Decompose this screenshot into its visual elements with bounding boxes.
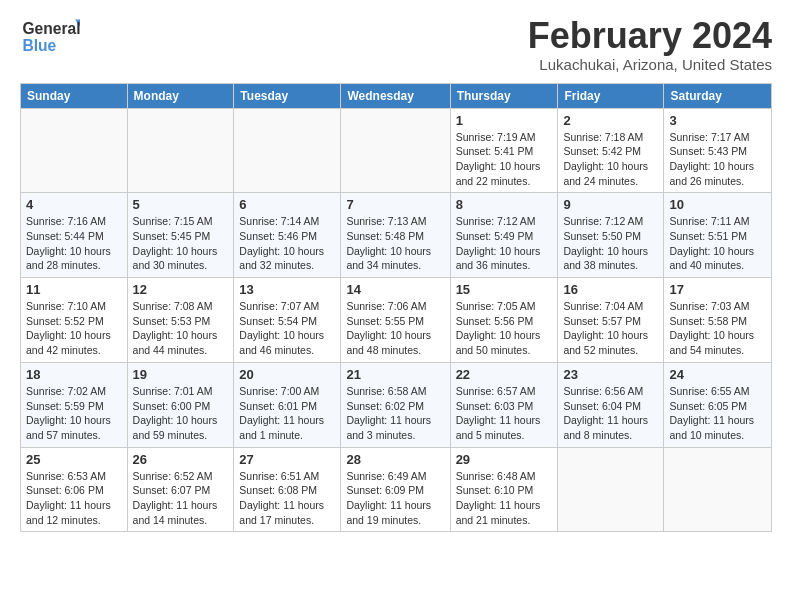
day-info: Sunrise: 7:11 AMSunset: 5:51 PMDaylight:… <box>669 214 766 273</box>
page-title: February 2024 <box>528 16 772 56</box>
day-info: Sunrise: 7:01 AMSunset: 6:00 PMDaylight:… <box>133 384 229 443</box>
day-cell-22: 19Sunrise: 7:01 AMSunset: 6:00 PMDayligh… <box>127 362 234 447</box>
day-info: Sunrise: 7:02 AMSunset: 5:59 PMDaylight:… <box>26 384 122 443</box>
calendar-header-row: Sunday Monday Tuesday Wednesday Thursday… <box>21 83 772 108</box>
day-info: Sunrise: 7:05 AMSunset: 5:56 PMDaylight:… <box>456 299 553 358</box>
day-cell-25: 22Sunrise: 6:57 AMSunset: 6:03 PMDayligh… <box>450 362 558 447</box>
day-cell-32: 29Sunrise: 6:48 AMSunset: 6:10 PMDayligh… <box>450 447 558 532</box>
day-number: 9 <box>563 197 658 212</box>
day-number: 2 <box>563 113 658 128</box>
day-cell-23: 20Sunrise: 7:00 AMSunset: 6:01 PMDayligh… <box>234 362 341 447</box>
day-number: 3 <box>669 113 766 128</box>
day-cell-20: 17Sunrise: 7:03 AMSunset: 5:58 PMDayligh… <box>664 278 772 363</box>
day-cell-21: 18Sunrise: 7:02 AMSunset: 5:59 PMDayligh… <box>21 362 128 447</box>
day-cell-27: 24Sunrise: 6:55 AMSunset: 6:05 PMDayligh… <box>664 362 772 447</box>
day-number: 18 <box>26 367 122 382</box>
day-number: 13 <box>239 282 335 297</box>
day-number: 16 <box>563 282 658 297</box>
day-number: 22 <box>456 367 553 382</box>
day-info: Sunrise: 7:10 AMSunset: 5:52 PMDaylight:… <box>26 299 122 358</box>
day-number: 14 <box>346 282 444 297</box>
day-cell-28: 25Sunrise: 6:53 AMSunset: 6:06 PMDayligh… <box>21 447 128 532</box>
day-cell-9: 6Sunrise: 7:14 AMSunset: 5:46 PMDaylight… <box>234 193 341 278</box>
col-tuesday: Tuesday <box>234 83 341 108</box>
day-cell-19: 16Sunrise: 7:04 AMSunset: 5:57 PMDayligh… <box>558 278 664 363</box>
day-cell-2 <box>234 108 341 193</box>
day-info: Sunrise: 6:56 AMSunset: 6:04 PMDaylight:… <box>563 384 658 443</box>
day-info: Sunrise: 7:12 AMSunset: 5:49 PMDaylight:… <box>456 214 553 273</box>
day-info: Sunrise: 7:18 AMSunset: 5:42 PMDaylight:… <box>563 130 658 189</box>
day-info: Sunrise: 7:07 AMSunset: 5:54 PMDaylight:… <box>239 299 335 358</box>
header-area: GeneralBlue February 2024 Lukachukai, Ar… <box>20 16 772 73</box>
day-number: 12 <box>133 282 229 297</box>
svg-text:General: General <box>22 20 80 37</box>
day-info: Sunrise: 7:13 AMSunset: 5:48 PMDaylight:… <box>346 214 444 273</box>
day-number: 23 <box>563 367 658 382</box>
col-friday: Friday <box>558 83 664 108</box>
day-info: Sunrise: 7:03 AMSunset: 5:58 PMDaylight:… <box>669 299 766 358</box>
day-cell-31: 28Sunrise: 6:49 AMSunset: 6:09 PMDayligh… <box>341 447 450 532</box>
col-monday: Monday <box>127 83 234 108</box>
day-cell-16: 13Sunrise: 7:07 AMSunset: 5:54 PMDayligh… <box>234 278 341 363</box>
day-cell-0 <box>21 108 128 193</box>
day-info: Sunrise: 7:15 AMSunset: 5:45 PMDaylight:… <box>133 214 229 273</box>
day-number: 20 <box>239 367 335 382</box>
day-info: Sunrise: 7:14 AMSunset: 5:46 PMDaylight:… <box>239 214 335 273</box>
day-cell-15: 12Sunrise: 7:08 AMSunset: 5:53 PMDayligh… <box>127 278 234 363</box>
day-info: Sunrise: 7:00 AMSunset: 6:01 PMDaylight:… <box>239 384 335 443</box>
day-cell-11: 8Sunrise: 7:12 AMSunset: 5:49 PMDaylight… <box>450 193 558 278</box>
day-cell-34 <box>664 447 772 532</box>
day-info: Sunrise: 6:55 AMSunset: 6:05 PMDaylight:… <box>669 384 766 443</box>
day-cell-17: 14Sunrise: 7:06 AMSunset: 5:55 PMDayligh… <box>341 278 450 363</box>
day-number: 8 <box>456 197 553 212</box>
day-cell-3 <box>341 108 450 193</box>
logo-svg: GeneralBlue <box>20 16 80 54</box>
week-row-1: 1Sunrise: 7:19 AMSunset: 5:41 PMDaylight… <box>21 108 772 193</box>
day-cell-8: 5Sunrise: 7:15 AMSunset: 5:45 PMDaylight… <box>127 193 234 278</box>
day-number: 19 <box>133 367 229 382</box>
page: GeneralBlue February 2024 Lukachukai, Ar… <box>0 0 792 542</box>
day-number: 1 <box>456 113 553 128</box>
day-info: Sunrise: 6:51 AMSunset: 6:08 PMDaylight:… <box>239 469 335 528</box>
day-number: 29 <box>456 452 553 467</box>
day-cell-4: 1Sunrise: 7:19 AMSunset: 5:41 PMDaylight… <box>450 108 558 193</box>
day-number: 5 <box>133 197 229 212</box>
day-number: 21 <box>346 367 444 382</box>
day-info: Sunrise: 6:48 AMSunset: 6:10 PMDaylight:… <box>456 469 553 528</box>
day-cell-24: 21Sunrise: 6:58 AMSunset: 6:02 PMDayligh… <box>341 362 450 447</box>
day-info: Sunrise: 6:58 AMSunset: 6:02 PMDaylight:… <box>346 384 444 443</box>
day-info: Sunrise: 6:53 AMSunset: 6:06 PMDaylight:… <box>26 469 122 528</box>
day-number: 4 <box>26 197 122 212</box>
day-info: Sunrise: 7:06 AMSunset: 5:55 PMDaylight:… <box>346 299 444 358</box>
week-row-3: 11Sunrise: 7:10 AMSunset: 5:52 PMDayligh… <box>21 278 772 363</box>
day-number: 27 <box>239 452 335 467</box>
day-number: 26 <box>133 452 229 467</box>
day-number: 15 <box>456 282 553 297</box>
col-wednesday: Wednesday <box>341 83 450 108</box>
day-cell-13: 10Sunrise: 7:11 AMSunset: 5:51 PMDayligh… <box>664 193 772 278</box>
day-number: 25 <box>26 452 122 467</box>
day-cell-26: 23Sunrise: 6:56 AMSunset: 6:04 PMDayligh… <box>558 362 664 447</box>
day-cell-33 <box>558 447 664 532</box>
week-row-5: 25Sunrise: 6:53 AMSunset: 6:06 PMDayligh… <box>21 447 772 532</box>
day-number: 10 <box>669 197 766 212</box>
day-info: Sunrise: 7:17 AMSunset: 5:43 PMDaylight:… <box>669 130 766 189</box>
day-info: Sunrise: 6:52 AMSunset: 6:07 PMDaylight:… <box>133 469 229 528</box>
day-cell-6: 3Sunrise: 7:17 AMSunset: 5:43 PMDaylight… <box>664 108 772 193</box>
day-cell-5: 2Sunrise: 7:18 AMSunset: 5:42 PMDaylight… <box>558 108 664 193</box>
page-subtitle: Lukachukai, Arizona, United States <box>528 56 772 73</box>
day-info: Sunrise: 6:49 AMSunset: 6:09 PMDaylight:… <box>346 469 444 528</box>
day-info: Sunrise: 7:12 AMSunset: 5:50 PMDaylight:… <box>563 214 658 273</box>
day-cell-10: 7Sunrise: 7:13 AMSunset: 5:48 PMDaylight… <box>341 193 450 278</box>
day-number: 7 <box>346 197 444 212</box>
day-info: Sunrise: 6:57 AMSunset: 6:03 PMDaylight:… <box>456 384 553 443</box>
logo: GeneralBlue <box>20 16 80 54</box>
day-cell-12: 9Sunrise: 7:12 AMSunset: 5:50 PMDaylight… <box>558 193 664 278</box>
day-info: Sunrise: 7:19 AMSunset: 5:41 PMDaylight:… <box>456 130 553 189</box>
day-cell-7: 4Sunrise: 7:16 AMSunset: 5:44 PMDaylight… <box>21 193 128 278</box>
day-info: Sunrise: 7:08 AMSunset: 5:53 PMDaylight:… <box>133 299 229 358</box>
day-number: 17 <box>669 282 766 297</box>
col-sunday: Sunday <box>21 83 128 108</box>
day-number: 11 <box>26 282 122 297</box>
col-saturday: Saturday <box>664 83 772 108</box>
